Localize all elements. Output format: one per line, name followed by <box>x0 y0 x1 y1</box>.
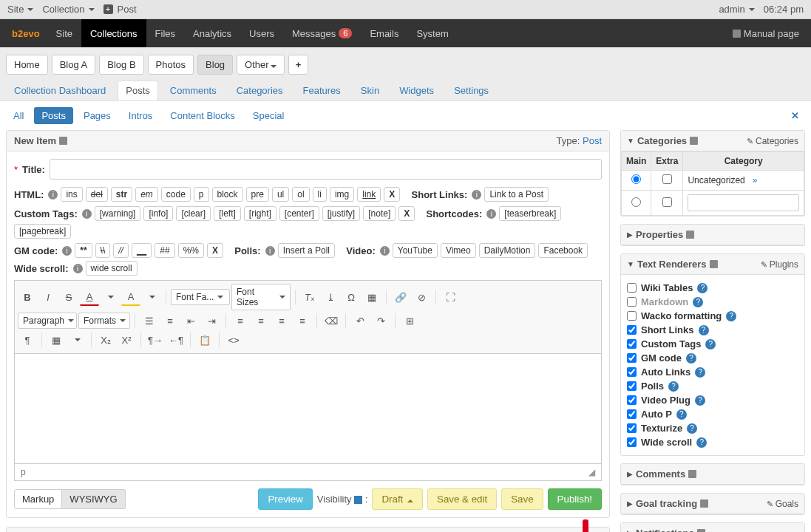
tb-specialchar[interactable]: Ω <box>342 288 361 306</box>
tb-textcolor[interactable]: A <box>80 288 99 306</box>
tb-unlink[interactable]: ⊘ <box>412 288 431 306</box>
btn-gm-bold[interactable]: ** <box>75 243 92 258</box>
tb-image[interactable]: ▦ <box>362 288 381 306</box>
tb-bold[interactable]: B <box>18 288 37 306</box>
blog-tab-home[interactable]: Home <box>6 55 48 75</box>
tb-italic[interactable]: I <box>38 288 58 306</box>
tb-clearformat[interactable]: Tₓ <box>300 288 319 306</box>
help-icon[interactable]: ? <box>726 311 736 321</box>
renderer-checkbox[interactable] <box>627 297 637 307</box>
nav-messages[interactable]: Messages6 <box>283 19 361 47</box>
tb-fontsizes[interactable]: Font Sizes <box>231 284 291 310</box>
tb-superscript[interactable]: X² <box>117 331 136 349</box>
tb-alignleft[interactable]: ≡ <box>231 312 250 330</box>
tab-skin[interactable]: Skin <box>353 81 387 100</box>
tb-table[interactable]: ▦ <box>47 331 66 349</box>
topbar-collection[interactable]: Collection <box>42 4 94 15</box>
help-icon[interactable]: ? <box>693 297 703 307</box>
btn-facebook[interactable]: Facebook <box>538 243 588 258</box>
brand[interactable]: b2evo <box>4 28 47 39</box>
blog-tab-photos[interactable]: Photos <box>148 55 194 75</box>
subtab-special[interactable]: Special <box>245 107 292 124</box>
btn-left[interactable]: [left] <box>214 206 241 221</box>
btn-note[interactable]: [note] <box>363 206 396 221</box>
close-icon[interactable]: ✕ <box>791 110 805 121</box>
tb-backcolor[interactable]: A <box>121 288 140 306</box>
blog-tab-add[interactable]: + <box>288 55 309 75</box>
help-icon[interactable]: ? <box>686 353 696 364</box>
btn-closeall[interactable]: X <box>384 187 400 202</box>
draft-button[interactable]: Draft <box>372 488 423 510</box>
renderer-checkbox[interactable] <box>627 283 637 293</box>
btn-li[interactable]: li <box>313 187 327 202</box>
tb-removeformat[interactable]: ⌫ <box>322 312 341 330</box>
subtab-pages[interactable]: Pages <box>76 107 118 124</box>
nav-emails[interactable]: Emails <box>361 19 407 47</box>
new-category-input[interactable] <box>688 194 799 211</box>
btn-ul[interactable]: ul <box>272 187 289 202</box>
btn-teaserbreak[interactable]: [teaserbreak] <box>499 206 561 221</box>
tb-alignright[interactable]: ≡ <box>272 312 291 330</box>
tb-fullscreen[interactable]: ⛶ <box>441 288 460 306</box>
btn-insertpoll[interactable]: Insert a Poll <box>278 243 335 258</box>
btn-img[interactable]: img <box>330 187 354 202</box>
btn-gm-pct[interactable]: %% <box>178 243 204 258</box>
help-icon[interactable]: ? <box>695 395 705 406</box>
tb-numlist[interactable]: ≡ <box>160 312 180 330</box>
tb-formats[interactable]: Formats <box>78 313 130 329</box>
help-icon[interactable]: ? <box>699 325 709 335</box>
info-icon[interactable]: i <box>62 246 72 256</box>
category-expand[interactable]: » <box>753 175 758 185</box>
btn-justify[interactable]: [justify] <box>322 206 360 221</box>
topbar-user[interactable]: admin <box>719 4 754 15</box>
renderer-checkbox[interactable] <box>627 395 637 405</box>
info-icon[interactable]: i <box>73 264 83 273</box>
btn-ct-close[interactable]: X <box>398 206 415 221</box>
info-icon[interactable]: i <box>265 246 275 256</box>
edit-plugins-link[interactable]: Plugins <box>761 259 798 270</box>
preview-button[interactable]: Preview <box>258 488 312 510</box>
nav-site[interactable]: Site <box>47 19 81 47</box>
tab-dashboard[interactable]: Collection Dashboard <box>6 81 114 100</box>
btn-gm-close[interactable]: X <box>207 243 223 258</box>
btn-p[interactable]: p <box>194 187 209 202</box>
subtab-contentblocks[interactable]: Content Blocks <box>163 107 242 124</box>
tb-pagebreak[interactable]: ⤓ <box>321 288 340 306</box>
blog-tab-other[interactable]: Other <box>237 55 285 75</box>
blog-tab-a[interactable]: Blog A <box>52 55 96 75</box>
resize-handle[interactable]: ◢ <box>588 467 595 477</box>
help-icon[interactable]: ? <box>695 367 705 378</box>
tb-aligncenter[interactable]: ≡ <box>251 312 271 330</box>
renderer-checkbox[interactable] <box>627 423 637 433</box>
btn-gm-italic[interactable]: // <box>113 243 129 258</box>
nav-users[interactable]: Users <box>240 19 283 47</box>
item-type-link[interactable]: Post <box>583 135 602 146</box>
edit-categories-link[interactable]: Categories <box>747 136 798 146</box>
subtab-all[interactable]: All <box>6 107 31 124</box>
main-radio[interactable] <box>631 174 641 184</box>
topbar-site[interactable]: Site <box>7 4 33 15</box>
tb-paragraph[interactable]: Paragraph <box>18 313 77 329</box>
title-input[interactable] <box>50 159 602 180</box>
renderer-checkbox[interactable] <box>627 381 637 391</box>
tb-textcolor-drop[interactable] <box>101 288 120 306</box>
main-radio[interactable] <box>631 197 641 207</box>
tb-code[interactable]: <> <box>224 331 243 349</box>
subtab-intros[interactable]: Intros <box>121 107 160 124</box>
info-icon[interactable]: i <box>82 209 92 219</box>
tb-fontfamily[interactable]: Font Fa... <box>171 289 230 305</box>
publish-button[interactable]: Publish! <box>548 488 602 510</box>
nav-system[interactable]: System <box>407 19 457 47</box>
extra-checkbox[interactable] <box>662 174 672 184</box>
chevron-down-icon[interactable]: ▼ <box>627 137 634 145</box>
btn-gm-under[interactable]: __ <box>132 243 152 258</box>
tb-template[interactable]: ⊞ <box>400 312 419 330</box>
btn-ins[interactable]: ins <box>61 187 82 202</box>
nav-manual[interactable]: Manual page <box>725 28 807 39</box>
btn-gm-strike[interactable]: \\ <box>95 243 111 258</box>
blog-tab-b[interactable]: Blog B <box>99 55 143 75</box>
btn-block[interactable]: block <box>212 187 243 202</box>
tb-indent[interactable]: ⇥ <box>202 312 221 330</box>
info-icon[interactable]: i <box>472 190 481 200</box>
btn-code[interactable]: code <box>161 187 191 202</box>
